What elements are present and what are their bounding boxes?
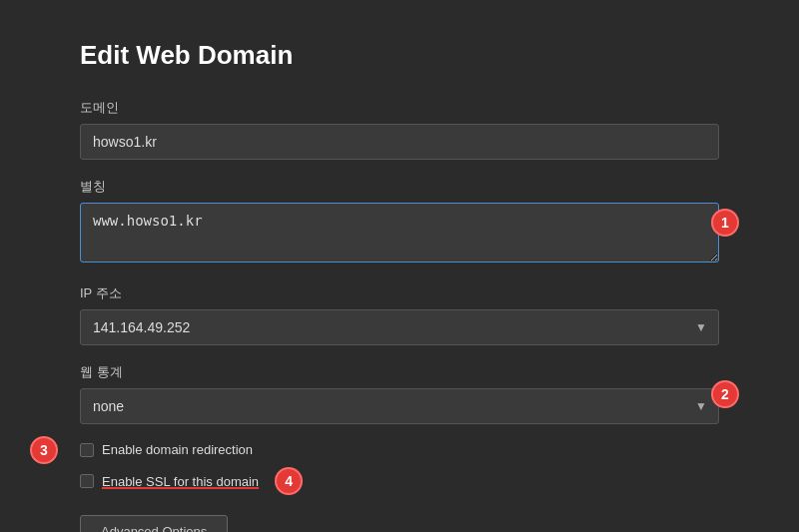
redirect-checkbox-row: 3 Enable domain redirection (80, 442, 719, 457)
ip-label: IP 주소 (80, 284, 719, 302)
ssl-checkbox[interactable] (80, 474, 94, 488)
annotation-3: 3 (30, 436, 58, 464)
page-title: Edit Web Domain (80, 40, 719, 71)
ssl-checkbox-row: Enable SSL for this domain 4 (80, 467, 719, 495)
annotation-1: 1 (711, 209, 739, 237)
stats-label: 웹 통계 (80, 363, 719, 381)
ip-select[interactable]: 141.164.49.252 (80, 309, 719, 345)
advanced-options-button[interactable]: Advanced Options (80, 515, 228, 532)
annotation-4: 4 (275, 467, 303, 495)
domain-field-group: 도메인 (80, 99, 719, 160)
redirect-checkbox-label[interactable]: Enable domain redirection (102, 442, 253, 457)
stats-select[interactable]: none (80, 388, 719, 424)
annotation-2: 2 (711, 380, 739, 408)
domain-label: 도메인 (80, 99, 719, 117)
alias-field-group: 별칭 www.howso1.kr 1 (80, 178, 719, 266)
alias-label: 별칭 (80, 178, 719, 196)
alias-input[interactable]: www.howso1.kr (80, 203, 719, 263)
checkboxes-section: 3 Enable domain redirection Enable SSL f… (80, 442, 719, 495)
stats-field-group: 웹 통계 none ▼ 2 (80, 363, 719, 424)
ip-field-group: IP 주소 141.164.49.252 ▼ (80, 284, 719, 345)
ssl-checkbox-label[interactable]: Enable SSL for this domain (102, 474, 259, 489)
redirect-checkbox[interactable] (80, 443, 94, 457)
domain-input[interactable] (80, 124, 719, 160)
